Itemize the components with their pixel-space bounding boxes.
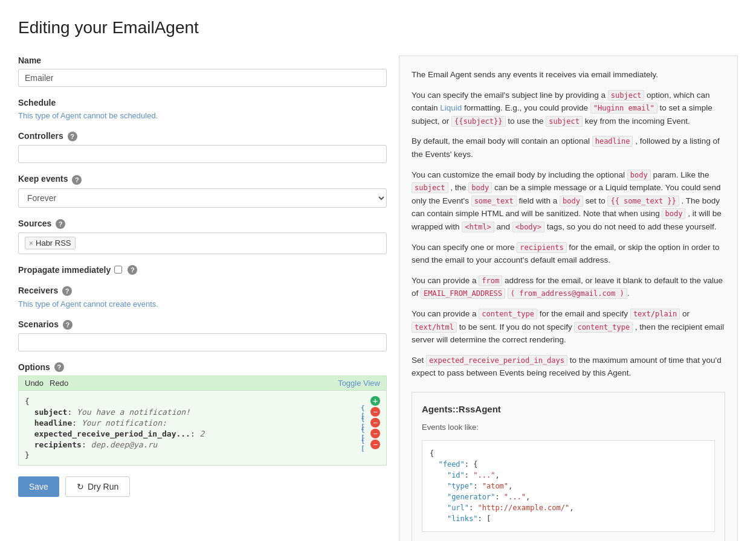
right-panel: The Email Agent sends any events it rece… xyxy=(399,56,738,541)
open-brace: { xyxy=(25,397,370,406)
options-toolbar: Undo Redo Toggle View xyxy=(18,376,387,390)
undo-button[interactable]: Undo xyxy=(25,379,44,388)
schedule-label: Schedule xyxy=(18,98,387,107)
desc-7: You can provide a content_type for the e… xyxy=(412,307,725,347)
scenarios-label: Scenarios ? xyxy=(18,319,387,330)
desc-2: You can specify the email's subject line… xyxy=(412,89,725,128)
json-line-period: expected_receive_period_in_day...: 2 { [… xyxy=(25,428,380,439)
controllers-help-icon[interactable]: ? xyxy=(68,132,77,141)
save-button[interactable]: Save xyxy=(18,476,59,497)
json-editor[interactable]: { + subject: You have a notification! { … xyxy=(18,390,387,466)
keep-events-label: Keep events ? xyxy=(18,174,387,184)
sources-label: Sources ? xyxy=(18,219,387,229)
sources-tag-label: Habr RSS xyxy=(36,238,71,248)
agent-section: Agents::RssAgent Events look like: { "fe… xyxy=(412,392,725,541)
controllers-group: Controllers ? xyxy=(18,131,387,163)
period-key: expected_receive_period_in_day... xyxy=(34,429,190,438)
recipients-content: recipients: dep.deep@ya.ru xyxy=(25,440,361,449)
receivers-help-icon[interactable]: ? xyxy=(62,286,72,296)
agent-code-block: { "feed": { "id": "...", "type": "atom",… xyxy=(422,440,715,532)
desc-4: You can customize the email body by incl… xyxy=(412,168,725,234)
name-label: Name xyxy=(18,56,387,65)
sources-input[interactable]: × Habr RSS xyxy=(18,232,387,254)
sources-group: Sources ? × Habr RSS xyxy=(18,219,387,254)
scenarios-help-icon[interactable]: ? xyxy=(63,320,73,330)
agent-subtitle: Events look like: xyxy=(422,421,715,434)
desc-1: The Email Agent sends any events it rece… xyxy=(412,68,725,82)
toggle-view-button[interactable]: Toggle View xyxy=(338,379,380,388)
refresh-icon: ↻ xyxy=(77,482,84,491)
subject-remove-button[interactable]: − xyxy=(370,407,380,417)
propagate-label: Propagate immediately xyxy=(18,265,111,275)
scenarios-input[interactable] xyxy=(18,333,387,351)
propagate-help-icon[interactable]: ? xyxy=(128,265,137,275)
scenarios-group: Scenarios ? xyxy=(18,319,387,351)
json-line-recipients: recipients: dep.deep@ya.ru { [ − xyxy=(25,439,380,450)
options-group: Options ? Undo Redo Toggle View { + xyxy=(18,362,387,466)
desc-6: You can provide a from address for the e… xyxy=(412,274,725,300)
headline-content: headline: Your notification: xyxy=(25,418,361,427)
sources-tag: × Habr RSS xyxy=(25,237,76,249)
headline-key: headline xyxy=(34,418,73,427)
subject-key: subject xyxy=(34,408,68,417)
period-value: 2 xyxy=(200,429,205,438)
close-brace: } xyxy=(25,450,380,459)
schedule-group: Schedule This type of Agent cannot be sc… xyxy=(18,98,387,120)
keep-events-help-icon[interactable]: ? xyxy=(72,175,82,185)
left-panel: Name Schedule This type of Agent cannot … xyxy=(18,56,387,541)
schedule-text: This type of Agent cannot be scheduled. xyxy=(18,111,387,120)
receivers-label: Receivers ? xyxy=(18,286,387,296)
name-group: Name xyxy=(18,56,387,87)
open-brace-controls: + xyxy=(370,396,380,406)
page-title: Editing your EmailAgent xyxy=(18,18,738,37)
propagate-group: Propagate immediately ? xyxy=(18,265,387,275)
liquid-link[interactable]: Liquid xyxy=(440,103,462,112)
recipients-value: dep.deep@ya.ru xyxy=(91,440,158,449)
desc-8: Set expected_receive_period_in_days to t… xyxy=(412,354,725,380)
recipients-remove-button[interactable]: − xyxy=(370,440,380,449)
remove-source-icon[interactable]: × xyxy=(29,239,33,248)
keep-events-select[interactable]: Forever 1 day 1 week 1 month 1 year xyxy=(18,188,387,208)
agent-title: Agents::RssAgent xyxy=(422,402,715,417)
subject-content: subject: You have a notification! xyxy=(25,408,361,417)
desc-3: By default, the email body will contain … xyxy=(412,135,725,161)
period-remove-button[interactable]: − xyxy=(370,429,380,438)
keep-events-group: Keep events ? Forever 1 day 1 week 1 mon… xyxy=(18,174,387,207)
dry-run-label: Dry Run xyxy=(88,482,118,491)
options-header: Options ? xyxy=(18,362,387,372)
json-line-subject: subject: You have a notification! { [ − xyxy=(25,406,380,417)
json-line-headline: headline: Your notification: { [ − xyxy=(25,417,380,428)
propagate-checkbox[interactable] xyxy=(114,266,122,274)
sources-help-icon[interactable]: ? xyxy=(56,219,65,229)
redo-button[interactable]: Redo xyxy=(50,379,68,388)
toolbar-left: Undo Redo xyxy=(25,379,68,388)
recipients-key: recipients xyxy=(34,440,82,449)
headline-remove-button[interactable]: − xyxy=(370,418,380,427)
recipients-brace-icon[interactable]: { [ xyxy=(361,440,369,449)
controllers-label: Controllers ? xyxy=(18,131,387,141)
json-close-brace-line: } xyxy=(25,450,380,460)
receivers-text: This type of Agent cannot create events. xyxy=(18,299,387,309)
dry-run-button[interactable]: ↻ Dry Run xyxy=(65,476,130,497)
controllers-input[interactable] xyxy=(18,145,387,163)
headline-value: Your notification: xyxy=(82,418,167,427)
json-open-brace-line: { + xyxy=(25,395,380,406)
receivers-group: Receivers ? This type of Agent cannot cr… xyxy=(18,286,387,309)
desc-5: You can specify one or more recipients f… xyxy=(412,241,725,267)
subject-value: You have a notification! xyxy=(77,408,190,417)
recipients-controls: { [ − xyxy=(361,440,380,449)
add-item-button[interactable]: + xyxy=(370,396,380,406)
name-input[interactable] xyxy=(18,69,387,87)
action-buttons: Save ↻ Dry Run xyxy=(18,476,387,497)
options-help-icon[interactable]: ? xyxy=(54,362,64,372)
period-content: expected_receive_period_in_day...: 2 xyxy=(25,429,361,438)
